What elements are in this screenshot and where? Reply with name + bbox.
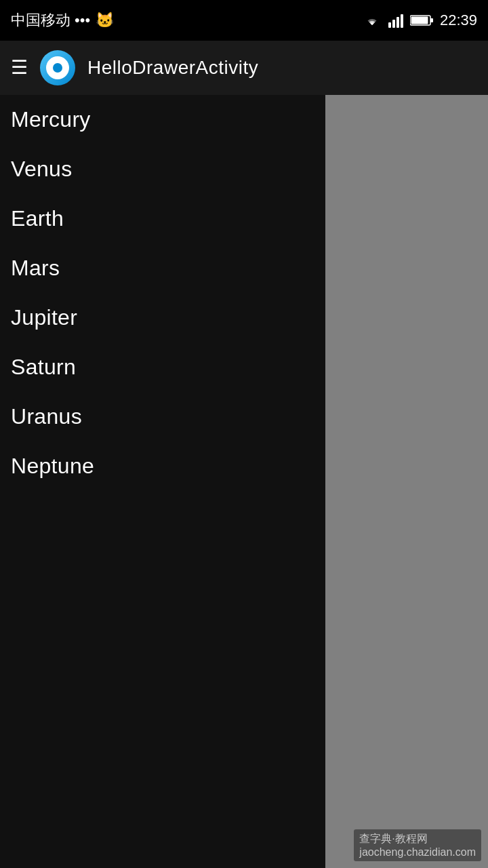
app-bar: ☰ HelloDrawerActivity bbox=[0, 41, 488, 95]
svg-rect-3 bbox=[401, 14, 403, 28]
svg-rect-0 bbox=[388, 22, 391, 28]
status-bar: 中国移动 ••• 🐱 22:39 bbox=[0, 0, 488, 41]
carrier-emoji: 🐱 bbox=[96, 12, 114, 29]
status-left: 中国移动 ••• 🐱 bbox=[11, 10, 114, 31]
main-content: MercuryVenusEarthMarsJupiterSaturnUranus… bbox=[0, 95, 488, 868]
list-item[interactable]: Venus bbox=[0, 144, 325, 194]
list-item[interactable]: Saturn bbox=[0, 342, 325, 392]
app-icon-dot bbox=[53, 63, 62, 73]
app-title: HelloDrawerActivity bbox=[87, 57, 258, 79]
list-item[interactable]: Mercury bbox=[0, 95, 325, 144]
carrier-text: 中国移动 ••• bbox=[11, 10, 90, 31]
battery-icon bbox=[410, 14, 433, 26]
list-item[interactable]: Neptune bbox=[0, 441, 325, 491]
watermark: 查字典·教程网jaocheng.chazidian.com bbox=[354, 829, 481, 861]
list-item[interactable]: Mars bbox=[0, 243, 325, 293]
status-right: 22:39 bbox=[363, 12, 477, 29]
planet-list: MercuryVenusEarthMarsJupiterSaturnUranus… bbox=[0, 95, 325, 868]
list-item[interactable]: Earth bbox=[0, 194, 325, 243]
time-display: 22:39 bbox=[440, 12, 477, 29]
list-item[interactable]: Uranus bbox=[0, 392, 325, 441]
wifi-icon bbox=[363, 13, 382, 28]
right-panel bbox=[325, 95, 488, 868]
app-icon bbox=[40, 50, 75, 85]
hamburger-icon[interactable]: ☰ bbox=[11, 58, 28, 77]
svg-rect-2 bbox=[396, 17, 399, 28]
signal-icon bbox=[388, 13, 403, 28]
list-item[interactable]: Jupiter bbox=[0, 293, 325, 342]
svg-rect-1 bbox=[392, 20, 395, 28]
app-icon-inner bbox=[46, 56, 69, 79]
svg-rect-5 bbox=[411, 17, 428, 24]
svg-rect-6 bbox=[430, 18, 433, 22]
